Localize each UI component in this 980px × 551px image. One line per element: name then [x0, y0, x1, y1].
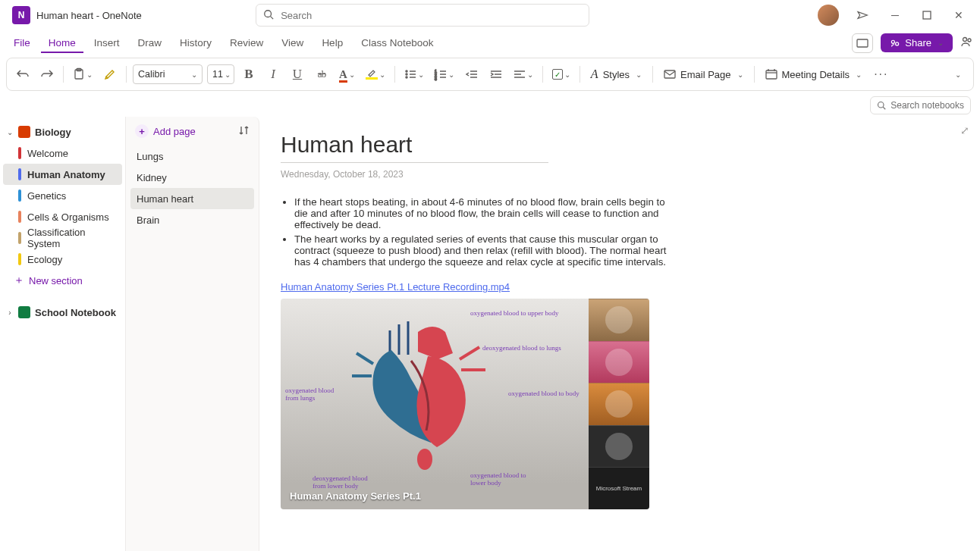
- plus-icon: +: [135, 124, 149, 138]
- title-bar: N Human heart - OneNote ─ ✕: [0, 0, 980, 30]
- section-color: [18, 168, 21, 180]
- search-icon: [263, 9, 274, 22]
- section-color: [18, 232, 21, 244]
- participant-thumb: [589, 299, 649, 341]
- highlight-button[interactable]: ⌄: [363, 63, 388, 86]
- menu-home[interactable]: Home: [41, 33, 83, 53]
- menu-help[interactable]: Help: [314, 33, 350, 53]
- svg-point-10: [406, 70, 407, 72]
- add-page-button[interactable]: + Add page: [135, 124, 196, 138]
- share-button[interactable]: Share ⌄: [881, 33, 953, 52]
- notebook-color-swatch: [18, 306, 30, 318]
- notebook-biology[interactable]: ⌄ Biology: [3, 121, 122, 142]
- bullets-button[interactable]: ⌄: [401, 63, 427, 86]
- section-cells-organisms[interactable]: Cells & Organisms: [3, 206, 122, 227]
- full-page-view-button[interactable]: [852, 33, 873, 53]
- svg-line-37: [884, 107, 886, 109]
- underline-button[interactable]: U: [287, 63, 307, 86]
- svg-point-6: [963, 37, 967, 41]
- annotation: deoxygenated blood from lower body: [313, 474, 373, 490]
- todo-tag-button[interactable]: ✓⌄: [549, 63, 573, 86]
- menu-draw[interactable]: Draw: [130, 33, 170, 53]
- redo-button[interactable]: [37, 63, 57, 86]
- section-classification-system[interactable]: Classification System: [3, 227, 122, 249]
- undo-button[interactable]: [13, 63, 33, 86]
- calendar-icon: [765, 69, 777, 80]
- search-input[interactable]: [256, 4, 589, 27]
- notebook-color-swatch: [18, 126, 30, 138]
- bullet-item[interactable]: If the heart stops beating, in about 4-6…: [294, 196, 675, 230]
- expand-icon[interactable]: ⤢: [960, 124, 969, 136]
- align-button[interactable]: ⌄: [510, 63, 536, 86]
- menu-file[interactable]: File: [6, 33, 38, 53]
- embedded-video[interactable]: oxygenated blood to upper body deoxygena…: [281, 299, 649, 509]
- numbering-button[interactable]: 123⌄: [432, 63, 457, 86]
- coauthor-icon[interactable]: [960, 36, 974, 51]
- indent-button[interactable]: [486, 63, 506, 86]
- page-lungs[interactable]: Lungs: [130, 146, 254, 167]
- section-human-anatomy[interactable]: Human Anatomy: [3, 164, 122, 185]
- svg-line-1: [271, 17, 274, 20]
- meeting-details-button[interactable]: Meeting Details⌄: [761, 63, 867, 86]
- avatar[interactable]: [818, 5, 839, 26]
- menu-view[interactable]: View: [274, 33, 311, 53]
- font-name-select[interactable]: Calibri⌄: [133, 64, 203, 84]
- maximize-button[interactable]: [912, 3, 942, 27]
- menu-insert[interactable]: Insert: [86, 33, 127, 53]
- global-search[interactable]: [256, 4, 589, 27]
- section-welcome[interactable]: Welcome: [3, 142, 122, 164]
- ribbon-collapse-button[interactable]: ⌄: [947, 63, 967, 86]
- font-size-select[interactable]: 11⌄: [207, 64, 234, 84]
- svg-point-12: [406, 74, 407, 75]
- paste-button[interactable]: ⌄: [70, 63, 96, 86]
- italic-button[interactable]: I: [263, 63, 283, 86]
- plus-icon: ＋: [14, 274, 24, 287]
- section-color: [18, 211, 21, 223]
- menu-review[interactable]: Review: [222, 33, 271, 53]
- svg-point-7: [968, 39, 971, 42]
- sort-pages-button[interactable]: [239, 125, 250, 138]
- page-title[interactable]: Human heart: [281, 132, 548, 163]
- outdent-button[interactable]: [462, 63, 482, 86]
- section-genetics[interactable]: Genetics: [3, 185, 122, 206]
- page-human-heart[interactable]: Human heart: [130, 188, 254, 209]
- section-color: [18, 147, 21, 159]
- chevron-down-icon: ⌄: [6, 128, 14, 136]
- video-source-badge: Microsoft Stream: [589, 467, 649, 509]
- svg-line-42: [357, 353, 373, 364]
- page-date: Wednesday, October 18, 2023: [281, 169, 959, 180]
- font-color-button[interactable]: A⌄: [336, 63, 358, 86]
- bullet-item[interactable]: The heart works by a regulated series of…: [294, 233, 675, 268]
- chevron-down-icon: ⌄: [938, 39, 944, 47]
- search-notebooks-input[interactable]: Search notebooks: [870, 96, 971, 114]
- svg-rect-3: [857, 39, 868, 47]
- participant-thumb: [589, 425, 649, 468]
- format-painter-button[interactable]: [100, 63, 120, 86]
- section-ecology[interactable]: Ecology: [3, 249, 122, 270]
- heart-diagram: [346, 317, 520, 476]
- page-kidney[interactable]: Kidney: [130, 167, 254, 188]
- minimize-button[interactable]: ─: [880, 3, 910, 27]
- menu-history[interactable]: History: [172, 33, 219, 53]
- notebook-school[interactable]: › School Notebook: [3, 302, 122, 323]
- note-body[interactable]: If the heart stops beating, in about 4-6…: [281, 196, 675, 509]
- mail-icon: [664, 70, 676, 79]
- menu-class-notebook[interactable]: Class Notebook: [353, 33, 441, 53]
- more-commands-button[interactable]: ···: [871, 63, 891, 86]
- app-icon: N: [12, 6, 30, 24]
- styles-button[interactable]: AStyles⌄: [586, 63, 646, 86]
- note-canvas[interactable]: ⤢ Human heart Wednesday, October 18, 202…: [259, 117, 980, 551]
- new-section-button[interactable]: ＋New section: [3, 270, 122, 291]
- email-page-button[interactable]: Email Page⌄: [659, 63, 747, 86]
- strikethrough-button[interactable]: ab: [312, 63, 331, 86]
- share-icon: [890, 38, 900, 49]
- participant-thumb: [589, 383, 649, 425]
- bold-button[interactable]: B: [239, 63, 259, 86]
- svg-line-44: [460, 347, 479, 359]
- title-bar-right: ─ ✕: [818, 3, 974, 27]
- close-button[interactable]: ✕: [944, 3, 974, 27]
- notifications-icon[interactable]: [848, 3, 878, 27]
- participant-thumb: [589, 341, 649, 384]
- attachment-link[interactable]: Human Anatomy Series Pt.1 Lecture Record…: [281, 281, 510, 293]
- page-brain[interactable]: Brain: [130, 209, 254, 230]
